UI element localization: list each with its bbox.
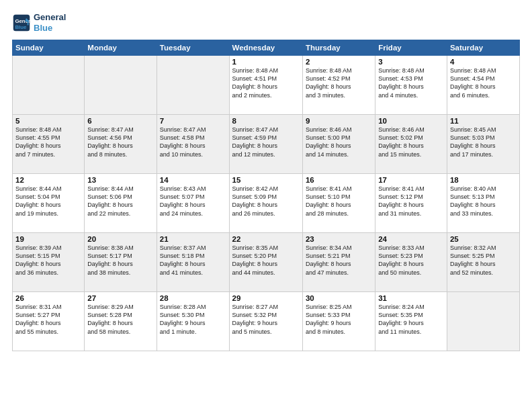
- calendar-cell: 12Sunrise: 8:44 AM Sunset: 5:04 PM Dayli…: [13, 174, 85, 233]
- weekday-wednesday: Wednesday: [229, 40, 302, 56]
- day-info: Sunrise: 8:40 AM Sunset: 5:13 PM Dayligh…: [450, 185, 517, 218]
- day-number: 30: [306, 294, 372, 302]
- logo-blue: Blue: [34, 23, 66, 34]
- calendar-cell: 19Sunrise: 8:39 AM Sunset: 5:15 PM Dayli…: [13, 233, 85, 292]
- calendar-cell: 11Sunrise: 8:45 AM Sunset: 5:03 PM Dayli…: [447, 115, 519, 174]
- day-number: 20: [87, 235, 154, 243]
- day-number: 11: [450, 117, 517, 125]
- day-number: 21: [160, 235, 226, 243]
- day-info: Sunrise: 8:41 AM Sunset: 5:10 PM Dayligh…: [306, 185, 372, 218]
- day-info: Sunrise: 8:24 AM Sunset: 5:35 PM Dayligh…: [378, 303, 444, 336]
- day-info: Sunrise: 8:48 AM Sunset: 4:52 PM Dayligh…: [306, 66, 372, 99]
- calendar-cell: 30Sunrise: 8:25 AM Sunset: 5:33 PM Dayli…: [302, 292, 375, 351]
- day-info: Sunrise: 8:32 AM Sunset: 5:25 PM Dayligh…: [450, 244, 517, 277]
- calendar-cell: 4Sunrise: 8:48 AM Sunset: 4:54 PM Daylig…: [447, 56, 519, 115]
- day-number: 8: [232, 117, 300, 125]
- calendar-cell: 14Sunrise: 8:43 AM Sunset: 5:07 PM Dayli…: [157, 174, 229, 233]
- day-info: Sunrise: 8:46 AM Sunset: 5:00 PM Dayligh…: [306, 126, 372, 158]
- day-info: Sunrise: 8:34 AM Sunset: 5:21 PM Dayligh…: [306, 244, 372, 277]
- calendar-cell: 28Sunrise: 8:28 AM Sunset: 5:30 PM Dayli…: [157, 292, 229, 351]
- day-number: 5: [15, 117, 81, 125]
- calendar-cell: 25Sunrise: 8:32 AM Sunset: 5:25 PM Dayli…: [447, 233, 519, 292]
- calendar-cell: 13Sunrise: 8:44 AM Sunset: 5:06 PM Dayli…: [85, 174, 157, 233]
- calendar-cell: 10Sunrise: 8:46 AM Sunset: 5:02 PM Dayli…: [375, 115, 447, 174]
- calendar-cell: 26Sunrise: 8:31 AM Sunset: 5:27 PM Dayli…: [13, 292, 85, 351]
- weekday-saturday: Saturday: [447, 40, 519, 56]
- calendar-cell: 16Sunrise: 8:41 AM Sunset: 5:10 PM Dayli…: [302, 174, 375, 233]
- day-number: 15: [232, 176, 300, 184]
- calendar-cell: 1Sunrise: 8:48 AM Sunset: 4:51 PM Daylig…: [229, 56, 302, 115]
- day-info: Sunrise: 8:31 AM Sunset: 5:27 PM Dayligh…: [15, 303, 81, 336]
- logo-general: General: [34, 12, 66, 23]
- day-number: 10: [378, 117, 444, 125]
- day-number: 1: [232, 58, 300, 66]
- day-info: Sunrise: 8:42 AM Sunset: 5:09 PM Dayligh…: [232, 185, 300, 218]
- calendar-cell: 27Sunrise: 8:29 AM Sunset: 5:28 PM Dayli…: [85, 292, 157, 351]
- header: General Blue General Blue: [12, 12, 520, 33]
- calendar-cell: [13, 56, 85, 115]
- logo-icon: General Blue: [12, 13, 31, 32]
- day-info: Sunrise: 8:28 AM Sunset: 5:30 PM Dayligh…: [160, 303, 226, 336]
- day-info: Sunrise: 8:25 AM Sunset: 5:33 PM Dayligh…: [306, 303, 372, 336]
- calendar-cell: 15Sunrise: 8:42 AM Sunset: 5:09 PM Dayli…: [229, 174, 302, 233]
- calendar-cell: 18Sunrise: 8:40 AM Sunset: 5:13 PM Dayli…: [447, 174, 519, 233]
- day-number: 25: [450, 235, 517, 243]
- calendar-week-1: 1Sunrise: 8:48 AM Sunset: 4:51 PM Daylig…: [13, 56, 520, 115]
- weekday-header-row: SundayMondayTuesdayWednesdayThursdayFrid…: [13, 40, 520, 56]
- calendar-table: SundayMondayTuesdayWednesdayThursdayFrid…: [12, 40, 520, 351]
- calendar-week-2: 5Sunrise: 8:48 AM Sunset: 4:55 PM Daylig…: [13, 115, 520, 174]
- calendar-cell: 23Sunrise: 8:34 AM Sunset: 5:21 PM Dayli…: [302, 233, 375, 292]
- day-number: 4: [450, 58, 517, 66]
- day-info: Sunrise: 8:29 AM Sunset: 5:28 PM Dayligh…: [87, 303, 154, 336]
- day-info: Sunrise: 8:37 AM Sunset: 5:18 PM Dayligh…: [160, 244, 226, 277]
- calendar-cell: 9Sunrise: 8:46 AM Sunset: 5:00 PM Daylig…: [302, 115, 375, 174]
- day-number: 2: [306, 58, 372, 66]
- day-info: Sunrise: 8:38 AM Sunset: 5:17 PM Dayligh…: [87, 244, 154, 277]
- day-info: Sunrise: 8:33 AM Sunset: 5:23 PM Dayligh…: [378, 244, 444, 277]
- calendar-cell: 17Sunrise: 8:41 AM Sunset: 5:12 PM Dayli…: [375, 174, 447, 233]
- day-info: Sunrise: 8:46 AM Sunset: 5:02 PM Dayligh…: [378, 126, 444, 158]
- page: General Blue General Blue SundayMondayTu…: [0, 0, 532, 411]
- day-number: 14: [160, 176, 226, 184]
- day-info: Sunrise: 8:35 AM Sunset: 5:20 PM Dayligh…: [232, 244, 300, 277]
- day-number: 19: [15, 235, 81, 243]
- day-number: 13: [87, 176, 154, 184]
- svg-text:Blue: Blue: [15, 24, 27, 30]
- calendar-cell: 24Sunrise: 8:33 AM Sunset: 5:23 PM Dayli…: [375, 233, 447, 292]
- day-number: 26: [15, 294, 81, 302]
- weekday-thursday: Thursday: [302, 40, 375, 56]
- calendar-week-4: 19Sunrise: 8:39 AM Sunset: 5:15 PM Dayli…: [13, 233, 520, 292]
- day-info: Sunrise: 8:44 AM Sunset: 5:04 PM Dayligh…: [15, 185, 81, 218]
- day-info: Sunrise: 8:39 AM Sunset: 5:15 PM Dayligh…: [15, 244, 81, 277]
- calendar-cell: 6Sunrise: 8:47 AM Sunset: 4:56 PM Daylig…: [85, 115, 157, 174]
- day-number: 23: [306, 235, 372, 243]
- logo: General Blue General Blue: [12, 12, 66, 33]
- day-number: 28: [160, 294, 226, 302]
- calendar-cell: 8Sunrise: 8:47 AM Sunset: 4:59 PM Daylig…: [229, 115, 302, 174]
- day-number: 7: [160, 117, 226, 125]
- calendar-cell: 7Sunrise: 8:47 AM Sunset: 4:58 PM Daylig…: [157, 115, 229, 174]
- day-number: 27: [87, 294, 154, 302]
- calendar-cell: 5Sunrise: 8:48 AM Sunset: 4:55 PM Daylig…: [13, 115, 85, 174]
- calendar-cell: [85, 56, 157, 115]
- day-info: Sunrise: 8:47 AM Sunset: 4:58 PM Dayligh…: [160, 126, 226, 158]
- calendar-cell: [157, 56, 229, 115]
- weekday-monday: Monday: [85, 40, 157, 56]
- day-info: Sunrise: 8:48 AM Sunset: 4:51 PM Dayligh…: [232, 66, 300, 99]
- weekday-sunday: Sunday: [13, 40, 85, 56]
- calendar-week-3: 12Sunrise: 8:44 AM Sunset: 5:04 PM Dayli…: [13, 174, 520, 233]
- weekday-friday: Friday: [375, 40, 447, 56]
- calendar-cell: 29Sunrise: 8:27 AM Sunset: 5:32 PM Dayli…: [229, 292, 302, 351]
- day-info: Sunrise: 8:45 AM Sunset: 5:03 PM Dayligh…: [450, 126, 517, 158]
- calendar-cell: 3Sunrise: 8:48 AM Sunset: 4:53 PM Daylig…: [375, 56, 447, 115]
- day-number: 17: [378, 176, 444, 184]
- day-number: 3: [378, 58, 444, 66]
- calendar-cell: 22Sunrise: 8:35 AM Sunset: 5:20 PM Dayli…: [229, 233, 302, 292]
- day-number: 6: [87, 117, 154, 125]
- day-info: Sunrise: 8:47 AM Sunset: 4:59 PM Dayligh…: [232, 126, 300, 158]
- day-number: 29: [232, 294, 300, 302]
- day-info: Sunrise: 8:48 AM Sunset: 4:54 PM Dayligh…: [450, 66, 517, 99]
- day-info: Sunrise: 8:41 AM Sunset: 5:12 PM Dayligh…: [378, 185, 444, 218]
- day-number: 31: [378, 294, 444, 302]
- calendar-cell: 2Sunrise: 8:48 AM Sunset: 4:52 PM Daylig…: [302, 56, 375, 115]
